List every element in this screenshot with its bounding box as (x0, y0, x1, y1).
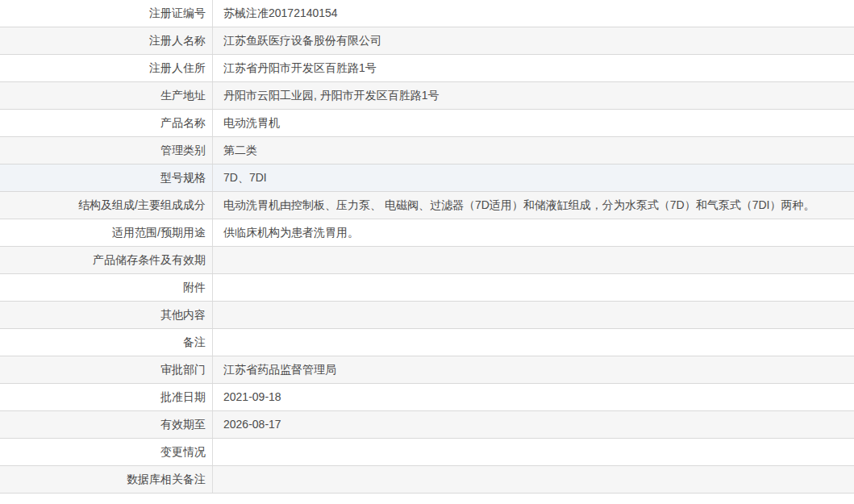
row-label: 型号规格 (0, 165, 213, 191)
row-label: 审批部门 (0, 356, 213, 383)
row-label: 适用范围/预期用途 (0, 219, 213, 246)
row-label: 批准日期 (0, 384, 213, 410)
row-label: 产品名称 (0, 110, 213, 136)
table-row-structure-composition: 结构及组成/主要组成成分 电动洗胃机由控制板、压力泵、 电磁阀、过滤器（7D适用… (0, 192, 854, 219)
row-label: 结构及组成/主要组成成分 (0, 192, 213, 219)
table-row-management-category: 管理类别 第二类 (0, 137, 854, 165)
row-value: 江苏鱼跃医疗设备股份有限公司 (213, 27, 854, 54)
row-value: 供临床机构为患者洗胃用。 (213, 219, 854, 246)
table-row-model-spec: 型号规格 7D、7DI (0, 165, 854, 192)
row-value: 2021-09-18 (213, 384, 854, 410)
table-row-product-name: 产品名称 电动洗胃机 (0, 110, 854, 137)
table-row-valid-until: 有效期至 2026-08-17 (0, 411, 854, 439)
row-value: 7D、7DI (213, 165, 854, 191)
table-row-certificate-number: 注册证编号 苏械注准20172140154 (0, 0, 854, 27)
table-row-remarks: 备注 (0, 329, 854, 356)
row-value (213, 466, 854, 493)
row-label: 其他内容 (0, 302, 213, 328)
row-label: 数据库相关备注 (0, 466, 213, 493)
table-row-attachments: 附件 (0, 274, 854, 302)
row-label: 注册证编号 (0, 0, 213, 27)
row-label: 有效期至 (0, 411, 213, 438)
row-label: 附件 (0, 274, 213, 301)
row-value: 江苏省丹阳市开发区百胜路1号 (213, 55, 854, 81)
row-value: 苏械注准20172140154 (213, 0, 854, 27)
table-row-approval-date: 批准日期 2021-09-18 (0, 384, 854, 411)
row-label: 产品储存条件及有效期 (0, 247, 213, 273)
row-value: 江苏省药品监督管理局 (213, 356, 854, 383)
row-label: 管理类别 (0, 137, 213, 164)
row-value (213, 274, 854, 301)
row-label: 变更情况 (0, 439, 213, 465)
table-row-intended-use: 适用范围/预期用途 供临床机构为患者洗胃用。 (0, 219, 854, 247)
table-row-production-address: 生产地址 丹阳市云阳工业园, 丹阳市开发区百胜路1号 (0, 82, 854, 110)
table-row-other-content: 其他内容 (0, 302, 854, 329)
table-row-approval-department: 审批部门 江苏省药品监督管理局 (0, 356, 854, 384)
row-value: 第二类 (213, 137, 854, 164)
table-row-database-notes: 数据库相关备注 (0, 466, 854, 494)
row-label: 生产地址 (0, 82, 213, 109)
row-value: 电动洗胃机由控制板、压力泵、 电磁阀、过滤器（7D适用）和储液缸组成，分为水泵式… (213, 192, 854, 219)
registration-info-table: 注册证编号 苏械注准20172140154 注册人名称 江苏鱼跃医疗设备股份有限… (0, 0, 854, 494)
table-row-change-status: 变更情况 (0, 439, 854, 466)
row-value: 2026-08-17 (213, 411, 854, 438)
row-label: 注册人住所 (0, 55, 213, 81)
row-label: 备注 (0, 329, 213, 356)
row-value (213, 329, 854, 356)
row-value: 丹阳市云阳工业园, 丹阳市开发区百胜路1号 (213, 82, 854, 109)
table-row-registrant-address: 注册人住所 江苏省丹阳市开发区百胜路1号 (0, 55, 854, 82)
row-value (213, 247, 854, 273)
row-value (213, 439, 854, 465)
row-value: 电动洗胃机 (213, 110, 854, 136)
table-row-registrant-name: 注册人名称 江苏鱼跃医疗设备股份有限公司 (0, 27, 854, 55)
row-value (213, 302, 854, 328)
table-row-storage-validity: 产品储存条件及有效期 (0, 247, 854, 274)
row-label: 注册人名称 (0, 27, 213, 54)
